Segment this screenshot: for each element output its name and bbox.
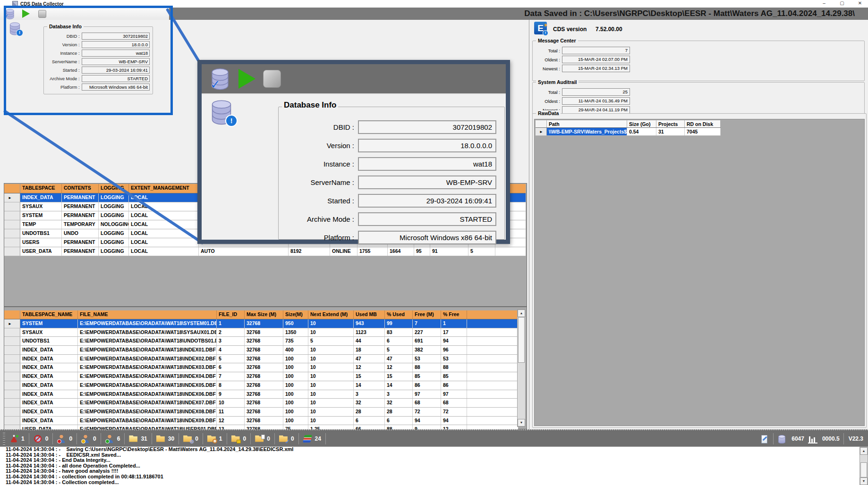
row-selector [4, 381, 20, 390]
column-header[interactable]: Size(M) [283, 310, 308, 319]
datafile-row[interactable]: UNDOTBS1 E:\EMPOWERDATABASE\ORADATA\WAT1… [4, 337, 518, 346]
column-header[interactable]: Free (M) [413, 310, 441, 319]
statusbar-right: 6047 0000.5 V22.3 [760, 433, 863, 444]
datafile-row[interactable]: INDEX_DATA E:\EMPOWERDATABASE\ORADATA\WA… [4, 372, 518, 381]
message-center-group: Message Center Total : 7 Oldest : 15-MAR… [532, 41, 865, 81]
cds-version-value: 7.52.00.00 [596, 26, 622, 33]
row-selector-header [536, 120, 547, 127]
datafile-row[interactable]: INDEX_DATA E:\EMPOWERDATABASE\ORADATA\WA… [4, 363, 518, 372]
right-panel: E CDS version 7.52.00.00 Message Center … [529, 20, 868, 429]
scrollbar-thumb[interactable] [518, 317, 525, 363]
database-info-field: Version : 18.0.0.0.0 [279, 139, 499, 152]
column-header[interactable]: Used MB [354, 310, 385, 319]
database-count-icon [777, 435, 787, 443]
field-label: Oldest : [533, 57, 560, 62]
app-version: V22.3 [849, 435, 863, 442]
log-scrollbar[interactable]: ▲ ▼ [859, 447, 868, 485]
status-counter: 31 [125, 433, 152, 444]
column-header[interactable]: Projects [656, 120, 685, 127]
datafile-row[interactable]: INDEX_DATA E:\EMPOWERDATABASE\ORADATA\WA… [4, 381, 518, 390]
status-counter-icon [129, 435, 138, 443]
status-counter-icon [207, 435, 217, 443]
data-saved-bar: Data Saved in : C:\Users\NGRPC\Desktop\E… [169, 8, 868, 20]
log-area[interactable]: 11-04-2024 14:30:04 : - Saving C:\Users\… [0, 446, 868, 485]
group-title: Database Info [282, 102, 338, 108]
stop-button-large[interactable] [263, 70, 281, 88]
column-header[interactable]: EXTENT_MANAGEMENT [129, 184, 199, 193]
system-auditrail-group: System Auditrail Total : 25 Oldest : 11-… [532, 82, 865, 118]
status-counter: 0 [251, 433, 275, 444]
column-header[interactable]: Max Size (M) [245, 310, 283, 319]
datafile-row[interactable]: INDEX_DATA E:\EMPOWERDATABASE\ORADATA\WA… [4, 346, 518, 355]
scroll-down-icon[interactable]: ▼ [860, 477, 868, 485]
datafile-table-header: TABLESPACE_NAMEFILE_NAMEFILE_IDMax Size … [4, 310, 518, 319]
message-center-field: Oldest : 15-MAR-24 02.07.00 PM [533, 56, 861, 63]
status-counter-icon [231, 435, 241, 443]
field-value: 3072019802 [358, 120, 496, 134]
datafile-row[interactable]: INDEX_DATA E:\EMPOWERDATABASE\ORADATA\WA… [4, 408, 518, 417]
scroll-down-icon[interactable]: ▼ [518, 419, 525, 426]
zoom-annotation-rectangle [4, 6, 173, 115]
start-button-large[interactable] [238, 69, 255, 89]
rawdata-row[interactable]: \\WB-EMP-SRV\Waters_Projects$\ 0.54 31 7… [536, 128, 721, 136]
status-counter-value: 0 [69, 435, 72, 442]
field-value: Microsoft Windows x86 64-bit [358, 231, 496, 244]
row-selector [536, 128, 547, 135]
column-header[interactable]: % Free [441, 310, 467, 319]
log-line: 11-04-2024 14:30:04 : - all done Operati… [0, 463, 868, 469]
rawdata-header: PathSize (Go)ProjectsRD on Disk [536, 120, 721, 128]
status-counter: 0 [275, 433, 299, 444]
status-counter-value: 30 [168, 435, 174, 442]
scroll-up-icon[interactable]: ▲ [860, 447, 868, 455]
system-auditrail-field: Oldest : 11-MAR-24 01.36.49 PM [533, 97, 861, 105]
column-header[interactable]: Size (Go) [627, 120, 656, 127]
field-value: WB-EMP-SRV [358, 176, 496, 189]
close-icon[interactable]: ✕ [855, 0, 865, 7]
data-saved-path: Data Saved in : C:\Users\NGRPC\Desktop\E… [524, 9, 868, 18]
log-line: 11-04-2024 14:30:04 : - collection compl… [0, 474, 868, 480]
field-value: 15-MAR-24 02.07.00 PM [562, 56, 630, 63]
info-badge-icon: ! [225, 115, 238, 127]
datafile-row[interactable]: INDEX_DATA E:\EMPOWERDATABASE\ORADATA\WA… [4, 390, 518, 399]
datafile-row[interactable]: SYSTEM E:\EMPOWERDATABASE\ORADATA\WAT18\… [4, 319, 518, 328]
row-selector [4, 372, 20, 381]
stop-icon [263, 70, 281, 88]
column-header[interactable]: Next Extend (M) [308, 310, 354, 319]
datafile-row[interactable]: INDEX_DATA E:\EMPOWERDATABASE\ORADATA\WA… [4, 355, 518, 364]
scroll-up-icon[interactable]: ▲ [518, 309, 525, 317]
status-counter: 1 [203, 433, 227, 444]
status-counter-value: 1 [219, 435, 222, 442]
column-header[interactable]: Path [547, 120, 627, 127]
column-header[interactable]: RD on Disk [685, 120, 721, 127]
status-counter: 0 [53, 433, 77, 444]
column-header[interactable]: % Used [385, 310, 413, 319]
row-selector [4, 247, 20, 256]
status-counter-icon [255, 435, 264, 443]
datafile-row[interactable]: INDEX_DATA E:\EMPOWERDATABASE\ORADATA\WA… [4, 399, 518, 408]
column-header[interactable]: CONTENTS [62, 184, 99, 193]
datafile-row[interactable]: SYSAUX E:\EMPOWERDATABASE\ORADATA\WAT18\… [4, 328, 518, 337]
maximize-icon[interactable]: ▢ [837, 0, 847, 7]
column-header[interactable]: FILE_NAME [78, 310, 217, 319]
status-counter: 30 [152, 433, 179, 444]
datafile-row[interactable]: INDEX_DATA E:\EMPOWERDATABASE\ORADATA\WA… [4, 417, 518, 426]
scrollbar-thumb[interactable] [860, 462, 867, 477]
tablespace-row[interactable]: USER_DATA PERMANENT LOGGING LOCAL AUTO 8… [4, 247, 526, 256]
minimize-icon[interactable]: – [819, 0, 829, 7]
column-header[interactable]: TABLESPACE_NAME [20, 310, 78, 319]
column-header[interactable]: TABLESPACE [20, 184, 62, 193]
collect-database-button-large[interactable]: ✓ [209, 67, 231, 90]
status-counter-icon [34, 435, 43, 443]
field-label: Oldest : [533, 99, 560, 104]
row-selector-header [4, 184, 20, 193]
zoom-callout-panel: ✓ ! Database Info [197, 60, 510, 244]
status-counter-value: 0 [45, 435, 49, 442]
datafile-scrollbar[interactable]: ▲ ▼ [517, 309, 526, 427]
log-line: 11-04-2024 14:30:04 : - Collection compl… [0, 480, 868, 485]
database-info-field: Platform : Microsoft Windows x86 64-bit [279, 231, 499, 244]
row-selector [4, 408, 20, 416]
status-counter-value: 0 [195, 435, 198, 442]
field-label: Version : [279, 142, 354, 150]
column-header[interactable]: FILE_ID [217, 310, 245, 319]
row-selector-header [4, 310, 20, 319]
